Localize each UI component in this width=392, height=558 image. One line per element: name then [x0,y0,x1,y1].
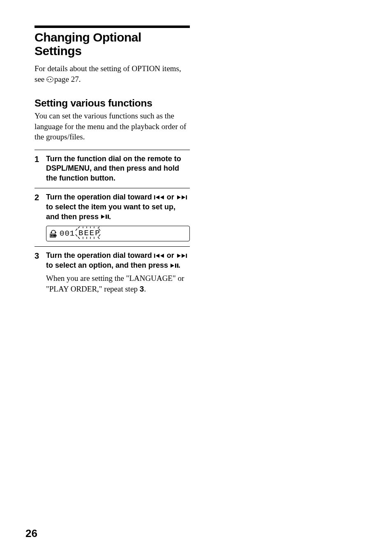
detail-text: When you are setting the "LANGUAGE" or "… [46,274,184,293]
play-pause-icon [101,212,109,222]
next-track-icon [176,251,187,261]
page-title: Changing Optional Settings [35,30,190,58]
section-intro: You can set the various functions such a… [35,111,190,142]
intro-text: For details about the setting of OPTION … [35,63,190,85]
svg-rect-17 [177,264,178,268]
step-number: 2 [35,192,42,202]
svg-text:BEEP: BEEP [78,229,101,238]
svg-rect-3 [186,195,187,199]
section-subtitle: Setting various functions [35,97,190,109]
step-instruction: Turn the operation dial toward or to sel… [46,251,190,271]
instruction-text: or [165,251,176,259]
svg-rect-15 [186,254,187,258]
step-1: 1 Turn the function dial on the remote t… [35,150,190,188]
svg-rect-2 [154,195,155,199]
step-3: 3 Turn the operation dial toward or to s… [35,247,190,299]
svg-rect-5 [108,215,109,219]
page-reference: page 27. [54,75,81,83]
lcd-text: 001 BEEP [60,226,104,241]
step-instruction: Turn the function dial on the remote to … [46,154,190,183]
play-pause-icon [170,261,178,271]
svg-rect-12 [54,235,55,237]
instruction-text: Turn the operation dial toward [46,251,154,259]
prev-track-icon [154,193,165,202]
headphone-icon [50,229,57,233]
svg-rect-16 [175,264,176,268]
prev-track-icon [154,251,165,261]
instruction-text: . [178,261,180,269]
step-instruction: Turn the operation dial toward or to sel… [46,192,190,222]
step-reference: 3 [140,285,144,293]
instruction-text: or [165,193,176,201]
lcd-status-icons [50,229,57,238]
step-detail: When you are setting the "LANGUAGE" or "… [46,273,190,294]
instruction-text: to select an option, and then press [46,261,170,269]
next-track-icon [176,193,187,202]
step-2: 2 Turn the operation dial toward or to s… [35,188,190,246]
detail-text: . [144,285,146,293]
battery-icon [50,234,57,238]
lcd-display: 001 BEEP [46,226,190,241]
svg-rect-14 [154,254,155,258]
page-number: 26 [25,527,37,540]
svg-rect-11 [53,235,54,237]
pointing-hand-icon [46,74,53,85]
svg-rect-6 [51,232,52,233]
instruction-text: Turn the operation dial toward [46,193,154,201]
svg-rect-7 [55,232,56,233]
svg-rect-10 [51,235,52,237]
instruction-text: . [109,213,111,221]
lcd-blink-label: BEEP [75,226,104,241]
svg-rect-4 [106,215,107,219]
step-number: 1 [35,154,42,164]
section-divider [35,25,190,28]
svg-point-0 [47,77,53,82]
step-number: 3 [35,251,42,261]
lcd-track-number: 001 [60,229,75,238]
svg-rect-1 [48,79,48,80]
svg-rect-9 [55,235,57,236]
